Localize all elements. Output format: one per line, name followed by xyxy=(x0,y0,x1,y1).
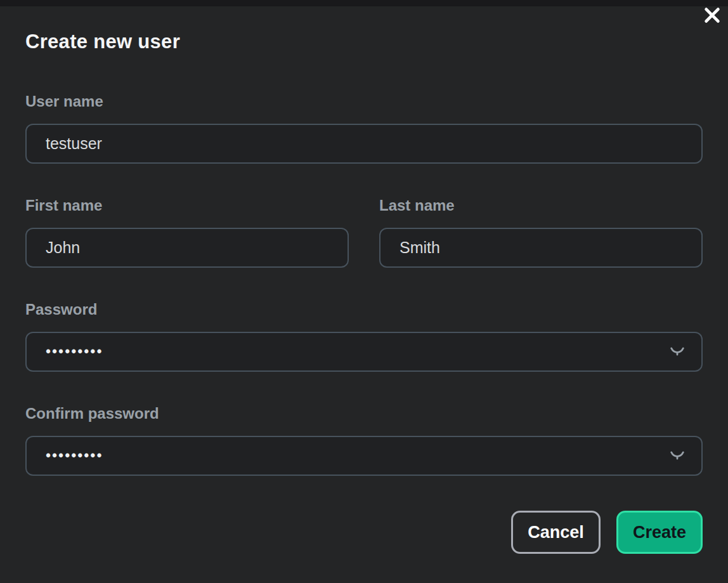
confirm-password-input-box xyxy=(25,436,703,476)
create-button[interactable]: Create xyxy=(616,511,703,554)
eye-closed-icon xyxy=(667,342,687,362)
password-input-box xyxy=(25,332,703,372)
last-name-input[interactable] xyxy=(400,239,687,257)
backdrop-strip xyxy=(0,0,728,6)
first-name-label: First name xyxy=(25,197,349,214)
confirm-password-visibility-toggle[interactable] xyxy=(667,446,687,466)
confirm-password-label: Confirm password xyxy=(25,405,703,423)
password-label: Password xyxy=(25,301,703,318)
first-name-input-box xyxy=(25,228,349,268)
dialog-footer: Cancel Create xyxy=(25,511,703,554)
confirm-password-input[interactable] xyxy=(46,447,660,464)
password-input[interactable] xyxy=(46,343,660,360)
last-name-field-group: Last name xyxy=(379,197,703,268)
username-input-box xyxy=(25,124,703,164)
first-name-input[interactable] xyxy=(46,239,334,257)
dialog-title: Create new user xyxy=(25,6,703,54)
last-name-label: Last name xyxy=(379,197,703,214)
cancel-button[interactable]: Cancel xyxy=(511,511,601,554)
name-row: First name Last name xyxy=(25,197,703,268)
username-field-group: User name xyxy=(25,93,703,164)
password-field-group: Password xyxy=(25,301,703,372)
username-label: User name xyxy=(25,93,703,110)
password-visibility-toggle[interactable] xyxy=(667,342,687,362)
first-name-field-group: First name xyxy=(25,197,349,268)
eye-closed-icon xyxy=(667,446,687,466)
username-input[interactable] xyxy=(46,134,687,153)
confirm-password-field-group: Confirm password xyxy=(25,405,703,476)
create-user-dialog: Create new user User name First name Las… xyxy=(0,6,728,554)
last-name-input-box xyxy=(379,228,703,268)
